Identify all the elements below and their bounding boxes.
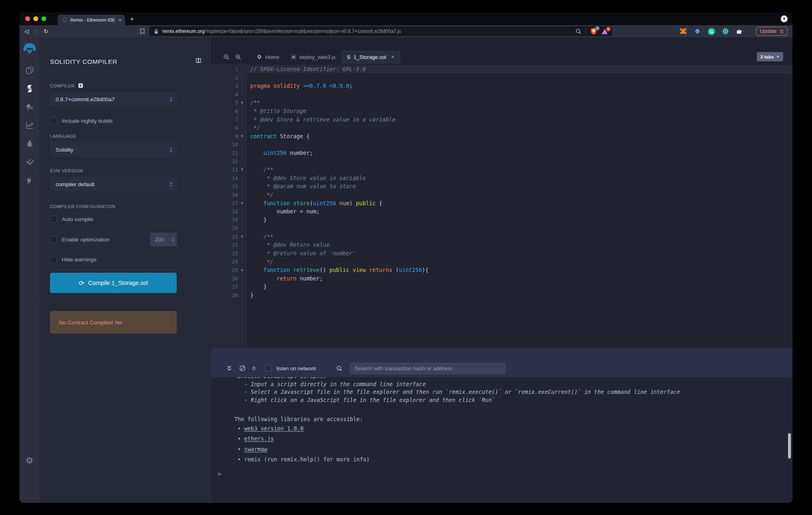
- fold-arrow-icon[interactable]: ▼: [238, 268, 246, 272]
- bookmark-icon[interactable]: [140, 28, 145, 35]
- code-line[interactable]: 2: [211, 74, 793, 82]
- code-line[interactable]: 18 number = num;: [211, 207, 793, 216]
- zoom-window-button[interactable]: [41, 16, 46, 21]
- collapse-terminal-icon[interactable]: [227, 365, 232, 371]
- code-line[interactable]: 1// SPDX-License-Identifier: GPL-3.0: [211, 65, 793, 74]
- editor-tab-1_Storage.sol[interactable]: S1_Storage.sol✕: [341, 50, 400, 64]
- solidity-compiler-icon[interactable]: [25, 85, 34, 93]
- line-number-gutter[interactable]: 13▼: [211, 165, 247, 174]
- compiler-version-select[interactable]: 0.8.7+commit.e28d00a7 ▴▾: [50, 92, 177, 106]
- unit-testing-icon[interactable]: [25, 158, 34, 166]
- line-number-gutter[interactable]: 10: [211, 140, 247, 149]
- code-line[interactable]: 3pragma solidity >=0.7.0 <0.9.0;: [211, 82, 793, 90]
- code-line[interactable]: 14 * @dev Store value in variable: [211, 174, 793, 183]
- clear-console-icon[interactable]: [239, 365, 246, 372]
- line-number-gutter[interactable]: 25▼: [211, 266, 247, 274]
- fold-arrow-icon[interactable]: ▼: [238, 167, 246, 172]
- line-number-gutter[interactable]: 8: [211, 124, 247, 132]
- code-line[interactable]: 9▼contract Storage {: [211, 132, 793, 141]
- line-number-gutter[interactable]: 2: [211, 74, 247, 82]
- compile-button[interactable]: ⟳ Compile 1_Storage.sol: [50, 273, 177, 293]
- line-number-gutter[interactable]: 14: [211, 174, 247, 183]
- zoom-in-icon[interactable]: [235, 54, 241, 60]
- line-number-gutter[interactable]: 24: [211, 258, 247, 266]
- code-line[interactable]: 15 * @param num value to store: [211, 182, 793, 191]
- close-tab-icon[interactable]: ✕: [119, 18, 122, 22]
- stepper-caret-icon[interactable]: ▴▾: [172, 237, 173, 242]
- line-number-gutter[interactable]: 1: [211, 65, 247, 74]
- evm-version-select[interactable]: compiler default ▴▾: [50, 177, 177, 191]
- fold-arrow-icon[interactable]: ▼: [238, 134, 246, 138]
- line-number-gutter[interactable]: 12: [211, 157, 247, 166]
- brave-rewards-icon[interactable]: 1: [601, 28, 608, 35]
- file-explorer-icon[interactable]: [25, 66, 34, 74]
- code-line[interactable]: 23 * @return value of 'number': [211, 249, 793, 258]
- library-link[interactable]: swarmgw: [244, 446, 267, 452]
- remix-logo-icon[interactable]: [22, 41, 37, 56]
- line-number-gutter[interactable]: 6: [211, 107, 247, 115]
- line-number-gutter[interactable]: 22: [211, 241, 247, 249]
- close-editor-tab-icon[interactable]: ✕: [391, 54, 395, 60]
- code-line[interactable]: 22 * @dev Return value: [211, 241, 793, 249]
- line-number-gutter[interactable]: 16: [211, 191, 247, 199]
- deploy-run-icon[interactable]: [25, 103, 34, 111]
- close-window-button[interactable]: [25, 16, 30, 21]
- nightly-builds-checkbox[interactable]: [50, 117, 57, 124]
- url-bar[interactable]: remix.ethereum.org /#optimize=false&runs…: [149, 26, 612, 36]
- library-link[interactable]: web3 version 1.0.0: [244, 425, 303, 432]
- code-line[interactable]: 13▼ /**: [211, 165, 793, 174]
- line-number-gutter[interactable]: 27: [211, 282, 247, 291]
- line-number-gutter[interactable]: 7: [211, 115, 247, 124]
- line-number-gutter[interactable]: 21▼: [211, 233, 247, 241]
- teal-extension-icon[interactable]: [722, 28, 729, 35]
- line-number-gutter[interactable]: 11: [211, 149, 247, 157]
- code-editor[interactable]: 1// SPDX-License-Identifier: GPL-3.02 3p…: [211, 64, 793, 348]
- code-line[interactable]: 11 uint256 number;: [211, 149, 793, 157]
- code-line[interactable]: 4: [211, 90, 793, 99]
- terminal-scrollbar[interactable]: [788, 433, 791, 459]
- extensions-puzzle-icon[interactable]: [736, 28, 743, 35]
- code-line[interactable]: 24 */: [211, 258, 793, 266]
- code-line[interactable]: 16 */: [211, 191, 793, 199]
- line-number-gutter[interactable]: 5▼: [211, 98, 247, 107]
- zoom-page-icon[interactable]: [576, 28, 582, 35]
- tag-extension-icon[interactable]: [694, 28, 701, 35]
- fold-arrow-icon[interactable]: ▼: [238, 201, 246, 205]
- zoom-out-icon[interactable]: [223, 54, 230, 60]
- settings-gear-icon[interactable]: ⚙: [26, 456, 33, 465]
- line-number-gutter[interactable]: 26: [211, 274, 247, 283]
- terminal-prompt[interactable]: >: [218, 471, 793, 477]
- terminal-header[interactable]: 0 listen on network: [211, 349, 793, 377]
- enable-optimization-checkbox[interactable]: [50, 236, 57, 243]
- line-number-gutter[interactable]: 9▼: [211, 132, 247, 141]
- code-line[interactable]: 5▼/**: [211, 98, 793, 107]
- forward-button[interactable]: ▷: [34, 28, 39, 34]
- line-number-gutter[interactable]: 4: [211, 90, 247, 99]
- line-number-gutter[interactable]: 28: [211, 291, 247, 300]
- code-line[interactable]: 12: [211, 157, 793, 166]
- auto-compile-checkbox[interactable]: [50, 216, 57, 223]
- code-line[interactable]: 27 }: [211, 282, 793, 291]
- library-link[interactable]: ethers.js: [244, 435, 274, 442]
- grammarly-extension-icon[interactable]: G: [708, 28, 715, 35]
- listen-on-network-checkbox[interactable]: [265, 365, 272, 372]
- transaction-search-input[interactable]: [350, 363, 506, 374]
- hide-warnings-checkbox[interactable]: [50, 256, 57, 263]
- code-line[interactable]: 8 */: [211, 124, 793, 132]
- line-number-gutter[interactable]: 20: [211, 224, 247, 233]
- add-compiler-icon[interactable]: [78, 83, 83, 88]
- metamask-extension-icon[interactable]: [679, 28, 687, 35]
- line-number-gutter[interactable]: 23: [211, 249, 247, 258]
- code-line[interactable]: 6 * @title Storage: [211, 107, 793, 115]
- optimization-runs-input[interactable]: 200 ▴▾: [150, 233, 177, 246]
- code-line[interactable]: 21▼ /**: [211, 233, 793, 241]
- line-number-gutter[interactable]: 18: [211, 207, 247, 216]
- new-tab-button[interactable]: +: [130, 15, 134, 22]
- line-number-gutter[interactable]: 15: [211, 182, 247, 191]
- back-button[interactable]: ◁: [24, 28, 29, 34]
- browser-tab[interactable]: Remix - Ethereum IDE ✕: [58, 15, 125, 25]
- fold-arrow-icon[interactable]: ▼: [238, 235, 246, 239]
- code-line[interactable]: 25▼ function retrieve() public view retu…: [211, 266, 793, 274]
- code-line[interactable]: 7 * @dev Store & retrieve value in a var…: [211, 115, 793, 124]
- line-number-gutter[interactable]: 17▼: [211, 199, 247, 208]
